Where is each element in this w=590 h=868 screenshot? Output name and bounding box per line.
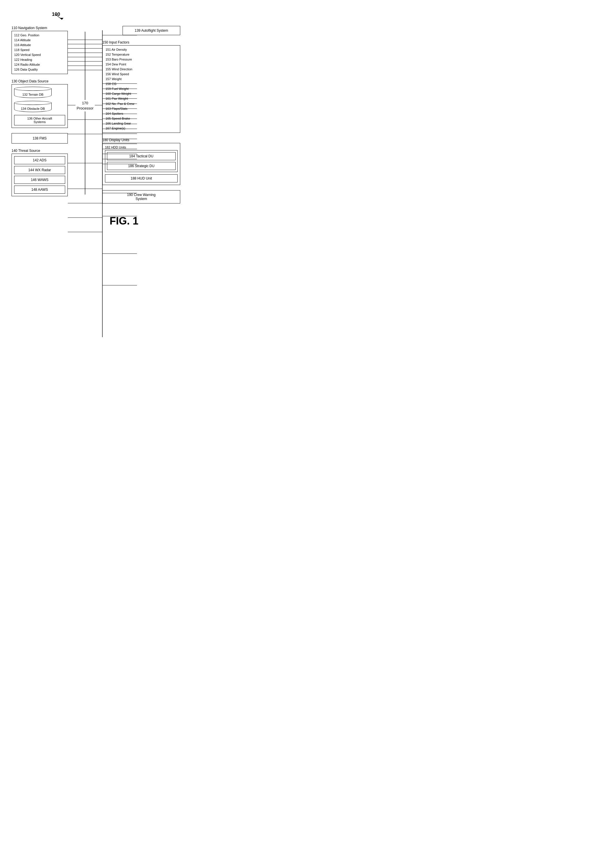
nav-item-2: 116 Attitude [14,43,65,47]
nav-item-7: 126 Data Quality [14,67,65,72]
if-item-6: 157 Weight [105,77,177,81]
svg-line-0 [55,14,62,19]
autoflight-label: 139 Autoflight System [135,28,168,32]
if-item-3: 154 Dew Point [105,62,177,67]
if-item-1: 152 Temperature [105,52,177,57]
if-item-8: 159 Fuel Weight [105,86,177,92]
if-item-2: 153 Baro Pressure [105,57,177,62]
tactical-du-box: 184 Tactical DU [107,152,176,160]
strategic-du-label: 186 Strategic DU [128,164,154,168]
obstacle-db-label: 134 Obstacle DB [21,107,45,111]
display-units-section-label: 180 Display Units [102,138,180,142]
fms-box: 138 FMS [12,133,68,143]
if-item-14: 165 Speed Brake [105,116,177,121]
object-data-box: 132 Terrain DB 134 Obstacle DB [12,84,68,128]
processor-text: 170Processor [77,101,94,111]
crew-warning-box: 190 Crew WarningSystem [102,190,180,204]
nav-item-3: 118 Speed [14,47,65,52]
tactical-du-label: 184 Tactical DU [129,154,154,158]
if-item-9: 160 Cargo Weight [105,92,177,96]
if-item-13: 164 Spoliers [105,111,177,116]
fig-label: FIG. 1 [12,215,237,227]
other-aircraft-box: 136 Other AircraftSystems [14,115,65,125]
if-item-12: 163 Flaps/Slats [105,106,177,111]
svg-marker-1 [60,18,64,19]
input-factors-box: 151 Air Density 152 Temperature 153 Baro… [102,45,180,133]
nav-item-5: 122 Heading [14,58,65,62]
threat-source-box: 142 ADS 144 WX Radar 146 WAWS 148 AAWS [12,154,68,196]
hdd-units-box: 184 Tactical DU 186 Strategic DU [105,150,177,172]
if-item-15: 166 Landing Gear [105,121,177,126]
object-data-label: 130 Object Data Source [12,79,68,83]
if-item-7: 158 CG [105,81,177,86]
nav-item-6: 124 Radio Altitude [14,62,65,67]
input-factors-section-label: 150 Input Factors [102,40,180,44]
hdd-units-section-label: 182 HDD Units [105,146,177,149]
terrain-db-label: 132 Terrain DB [22,93,43,96]
nav-item-4: 120 Vertical Speed [14,52,65,58]
processor-label: 170Processor [75,100,95,112]
hud-unit-label: 188 HUD Unit [131,176,152,180]
nav-system-box: 112 Geo. Position 114 Altitude 116 Attit… [12,31,68,74]
nav-system-label: 110 Navigation System [12,26,68,30]
aaws-box: 148 AAWS [14,186,65,194]
if-item-16: 167 Engine(s) [105,126,177,131]
threat-source-section-label: 140 Threat Source [12,149,68,153]
if-item-0: 151 Air Density [105,47,177,52]
hud-unit-box: 188 HUD Unit [105,174,177,182]
if-item-10: 161 Pax Weight [105,96,177,101]
display-units-outer-box: 182 HDD Units 184 Tactical DU 186 Strate… [102,143,180,185]
if-item-5: 156 Wind Speed [105,72,177,77]
if-item-4: 155 Wind Direction [105,67,177,72]
nav-item-0: 112 Geo. Position [14,33,65,38]
strategic-du-box: 186 Strategic DU [107,162,176,170]
crew-warning-label: 190 Crew WarningSystem [127,193,156,201]
fms-label: 138 FMS [33,136,47,140]
other-aircraft-label: 136 Other AircraftSystems [27,117,52,124]
autoflight-box: 139 Autoflight System [123,26,180,35]
ads-box: 142 ADS [14,156,65,164]
nav-item-1: 114 Altitude [14,38,65,43]
waws-box: 146 WAWS [14,176,65,184]
if-item-11: 162 No. Pax & Crew [105,102,177,106]
wx-radar-box: 144 WX Radar [14,166,65,174]
